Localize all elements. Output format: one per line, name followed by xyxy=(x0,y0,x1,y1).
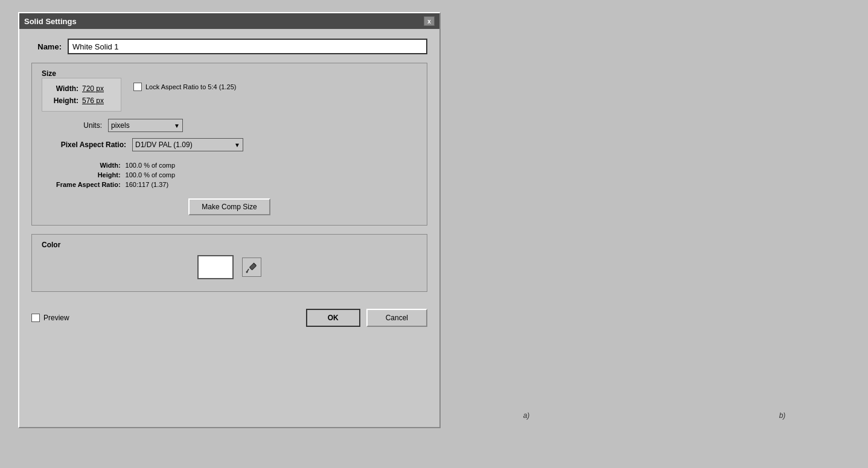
bottom-labels: a) b) xyxy=(459,406,850,425)
lock-aspect-label: Lock Aspect Ratio to 5:4 (1.25) xyxy=(145,83,236,90)
dialog-body: Name: Size Width: 720 px Height: 576 xyxy=(19,29,439,302)
close-button[interactable]: x xyxy=(424,16,435,26)
name-input[interactable] xyxy=(68,39,427,54)
preview-label: Preview xyxy=(43,314,69,322)
solid-settings-dialog: Solid Settings x Name: Size Width: 720 p… xyxy=(18,12,441,428)
width-pct-value: 100.0 % of comp xyxy=(124,161,177,169)
units-select-text: pixels xyxy=(111,121,171,130)
width-pct-label: Width: xyxy=(55,161,123,169)
frame-ratio-label: Frame Aspect Ratio: xyxy=(55,180,123,189)
lock-aspect-row: Lock Aspect Ratio to 5:4 (1.25) xyxy=(133,83,236,91)
size-fieldset: Size Width: 720 px Height: 576 px xyxy=(31,63,427,226)
color-legend: Color xyxy=(39,241,63,249)
height-pct-label: Height: xyxy=(55,171,123,179)
units-select[interactable]: pixels ▼ xyxy=(108,119,183,132)
name-row: Name: xyxy=(31,39,427,54)
lock-aspect-checkbox[interactable] xyxy=(133,83,142,91)
units-label: Units: xyxy=(54,121,102,130)
par-label: Pixel Aspect Ratio: xyxy=(54,141,126,149)
size-inner-box: Width: 720 px Height: 576 px xyxy=(42,78,121,112)
color-swatch[interactable] xyxy=(197,255,234,279)
dialog-title-bar: Solid Settings x xyxy=(19,13,439,29)
label-b: b) xyxy=(779,411,786,420)
dialog-title: Solid Settings xyxy=(24,17,77,26)
par-dropdown-arrow: ▼ xyxy=(234,142,240,148)
info-table: Width: 100.0 % of comp Height: 100.0 % o… xyxy=(54,160,177,190)
width-label: Width: xyxy=(51,84,78,93)
cancel-button[interactable]: Cancel xyxy=(366,309,427,327)
par-select[interactable]: D1/DV PAL (1.09) ▼ xyxy=(132,138,243,151)
height-row: Height: 576 px xyxy=(51,96,112,105)
bottom-buttons: OK Cancel xyxy=(306,309,427,327)
ok-button[interactable]: OK xyxy=(306,309,360,327)
make-comp-size-button[interactable]: Make Comp Size xyxy=(188,198,270,215)
units-dropdown-arrow: ▼ xyxy=(174,122,180,129)
svg-point-3 xyxy=(246,271,248,273)
preview-checkbox[interactable] xyxy=(31,314,40,322)
color-inner xyxy=(42,255,417,279)
units-row: Units: pixels ▼ xyxy=(54,119,417,132)
size-legend: Size xyxy=(39,69,59,78)
par-select-text: D1/DV PAL (1.09) xyxy=(135,141,232,149)
height-pct-value: 100.0 % of comp xyxy=(124,171,177,179)
width-row: Width: 720 px xyxy=(51,84,112,93)
eyedropper-icon xyxy=(245,261,258,274)
dialog-bottom: Preview OK Cancel xyxy=(19,302,439,337)
height-value: 576 px xyxy=(82,96,112,105)
preview-row: Preview xyxy=(31,314,69,322)
right-section: a) b) xyxy=(459,12,850,425)
par-row: Pixel Aspect Ratio: D1/DV PAL (1.09) ▼ xyxy=(54,138,417,151)
width-value: 720 px xyxy=(82,84,112,93)
eyedropper-button[interactable] xyxy=(242,258,261,277)
color-fieldset: Color xyxy=(31,234,427,292)
height-label: Height: xyxy=(51,96,78,105)
name-label: Name: xyxy=(31,42,62,51)
label-a: a) xyxy=(523,411,530,420)
size-top-row: Width: 720 px Height: 576 px Lock Aspect… xyxy=(42,78,417,119)
frame-ratio-value: 160:117 (1.37) xyxy=(124,180,177,189)
